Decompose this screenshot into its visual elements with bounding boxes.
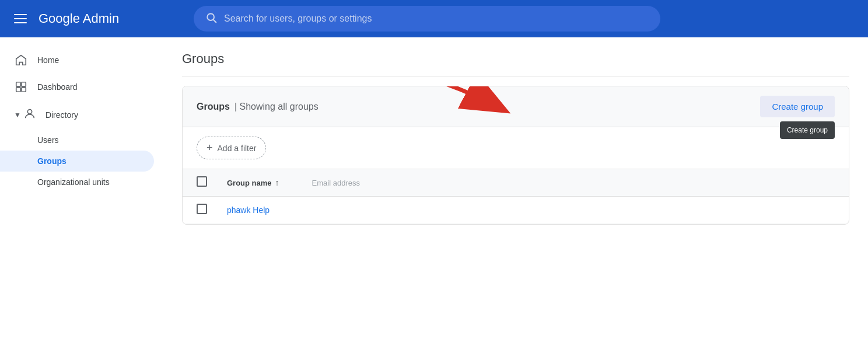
table-header: Groups | Showing all groups Create group… [183, 86, 849, 127]
group-name-column-header[interactable]: Group name ↑ [227, 178, 279, 187]
svg-rect-5 [22, 88, 26, 92]
sidebar-item-groups[interactable]: Groups [0, 151, 154, 172]
sort-arrow-icon: ↑ [275, 178, 279, 187]
sidebar-dashboard-label: Dashboard [37, 82, 78, 92]
table-header-left: Groups | Showing all groups [197, 102, 318, 112]
select-all-checkbox[interactable] [197, 176, 207, 187]
group-name-cell[interactable]: phawk Help [227, 205, 270, 215]
chevron-down-icon: ▼ [14, 111, 21, 119]
svg-rect-3 [22, 82, 26, 86]
hamburger-menu[interactable] [9, 9, 32, 28]
main-layout: Home Dashboard ▼ Dir [0, 37, 868, 356]
table-columns: Group name ↑ Email address [183, 169, 849, 197]
row-checkbox-col [197, 204, 218, 217]
plus-icon: + [206, 142, 213, 154]
sidebar-item-home[interactable]: Home [0, 47, 154, 74]
filter-row: + Add a filter [183, 127, 849, 169]
add-filter-label: Add a filter [218, 144, 257, 153]
sidebar: Home Dashboard ▼ Dir [0, 37, 163, 356]
dashboard-icon [14, 81, 28, 93]
page-title: Groups [182, 51, 849, 67]
sidebar-groups-label: Groups [37, 156, 66, 166]
svg-line-1 [214, 19, 216, 22]
sidebar-item-directory[interactable]: ▼ Directory [0, 100, 154, 130]
sidebar-item-dashboard[interactable]: Dashboard [0, 74, 154, 100]
main-content: Groups Groups | Showing all groups Creat… [163, 37, 868, 356]
table-title: Groups [197, 102, 230, 112]
title-divider [182, 76, 849, 76]
sidebar-item-users[interactable]: Users [0, 130, 154, 151]
create-group-tooltip: Create group [780, 121, 835, 139]
app-header: Google Admin Search for users, groups or… [0, 0, 868, 37]
row-checkbox[interactable] [197, 204, 207, 214]
email-address-col-label: Email address [312, 179, 360, 187]
svg-rect-2 [16, 82, 20, 86]
sidebar-org-units-label: Organizational units [37, 177, 110, 187]
header-left: Google Admin [9, 9, 184, 28]
home-icon [14, 54, 28, 67]
groups-table: Groups | Showing all groups Create group… [182, 86, 849, 225]
create-group-button[interactable]: Create group [760, 96, 835, 117]
showing-text: | Showing all groups [235, 102, 318, 112]
search-placeholder-text: Search for users, groups or settings [224, 13, 372, 24]
table-row: phawk Help [183, 197, 849, 224]
sidebar-users-label: Users [37, 135, 59, 145]
sidebar-item-org-units[interactable]: Organizational units [0, 172, 154, 193]
search-bar[interactable]: Search for users, groups or settings [194, 6, 660, 32]
add-filter-button[interactable]: + Add a filter [197, 137, 266, 159]
app-title: Google Admin [38, 11, 119, 26]
person-icon [23, 107, 36, 123]
select-all-checkbox-col [197, 176, 218, 189]
group-name-col-label: Group name [227, 179, 272, 187]
svg-point-6 [27, 110, 32, 114]
sidebar-directory-label: Directory [46, 110, 78, 120]
sidebar-home-label: Home [37, 55, 59, 65]
search-icon [205, 12, 217, 26]
svg-rect-4 [16, 88, 20, 92]
